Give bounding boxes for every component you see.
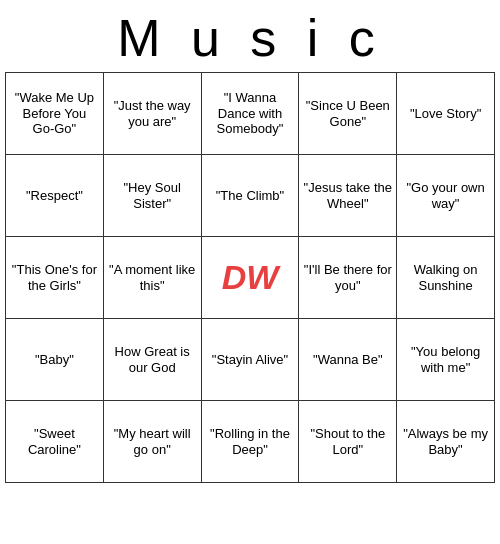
bingo-cell-3-3[interactable]: "Wanna Be" [299, 319, 397, 401]
bingo-cell-3-1[interactable]: How Great is our God [103, 319, 201, 401]
free-space-label: DW [222, 258, 279, 296]
bingo-cell-3-0[interactable]: "Baby" [6, 319, 104, 401]
bingo-cell-3-2[interactable]: "Stayin Alive" [201, 319, 299, 401]
bingo-cell-2-0[interactable]: "This One's for the Girls" [6, 237, 104, 319]
bingo-cell-0-1[interactable]: "Just the way you are" [103, 73, 201, 155]
bingo-cell-2-1[interactable]: "A moment like this" [103, 237, 201, 319]
page-title: M u s i c [0, 0, 500, 72]
bingo-cell-4-4[interactable]: "Always be my Baby" [397, 401, 495, 483]
bingo-cell-1-1[interactable]: "Hey Soul Sister" [103, 155, 201, 237]
bingo-cell-4-1[interactable]: "My heart will go on" [103, 401, 201, 483]
bingo-cell-1-0[interactable]: "Respect" [6, 155, 104, 237]
bingo-cell-1-4[interactable]: "Go your own way" [397, 155, 495, 237]
bingo-cell-0-4[interactable]: "Love Story" [397, 73, 495, 155]
bingo-cell-2-2[interactable]: DW [201, 237, 299, 319]
bingo-cell-1-3[interactable]: "Jesus take the Wheel" [299, 155, 397, 237]
bingo-cell-4-3[interactable]: "Shout to the Lord" [299, 401, 397, 483]
bingo-cell-0-0[interactable]: "Wake Me Up Before You Go-Go" [6, 73, 104, 155]
bingo-table: "Wake Me Up Before You Go-Go""Just the w… [5, 72, 495, 483]
bingo-cell-0-2[interactable]: "I Wanna Dance with Somebody" [201, 73, 299, 155]
bingo-cell-4-0[interactable]: "Sweet Caroline" [6, 401, 104, 483]
bingo-cell-0-3[interactable]: "Since U Been Gone" [299, 73, 397, 155]
bingo-cell-2-3[interactable]: "I'll Be there for you" [299, 237, 397, 319]
bingo-cell-4-2[interactable]: "Rolling in the Deep" [201, 401, 299, 483]
bingo-cell-1-2[interactable]: "The Climb" [201, 155, 299, 237]
bingo-cell-3-4[interactable]: "You belong with me" [397, 319, 495, 401]
bingo-cell-2-4[interactable]: Walking on Sunshine [397, 237, 495, 319]
